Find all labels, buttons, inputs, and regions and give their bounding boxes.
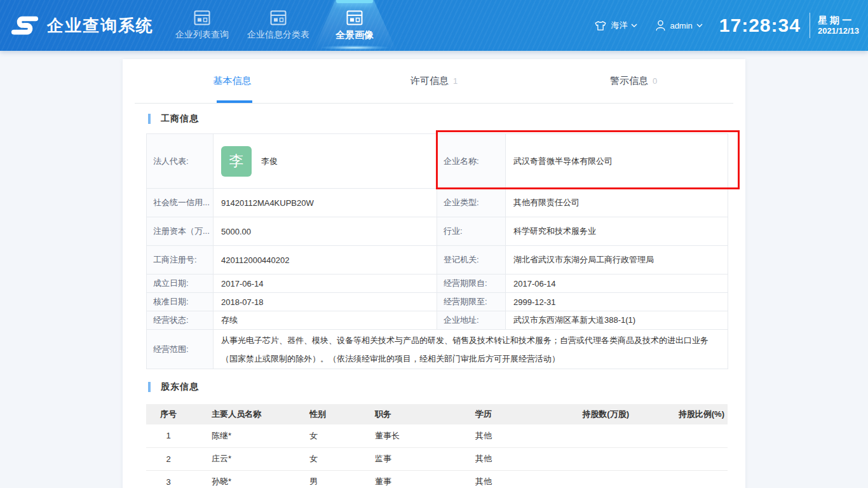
establish-date-value: 2017-06-14 [214, 274, 437, 293]
logo-s-icon [10, 11, 39, 40]
cell-ratio [648, 470, 728, 488]
user-name: admin [670, 21, 692, 30]
business-info-table: 法人代表: 李 李俊 企业名称: 武汉奇普微半导体有限公司 社会统一信用... … [146, 133, 728, 369]
nav-item-company-info-category[interactable]: 企业信息分类表 [240, 0, 316, 51]
window-icon [194, 10, 210, 25]
field-label: 经营期限至: [437, 293, 506, 311]
content-card: 基本信息 许可信息 1 警示信息 0 工商信息 法人代表: 李 [123, 59, 745, 488]
reg-capital-value: 5000.00 [214, 217, 437, 246]
chevron-down-icon [631, 24, 637, 27]
section-business-info: 工商信息 [148, 112, 745, 125]
field-label: 工商注册号: [147, 246, 214, 274]
address-value: 武汉市东西湖区革新大道388-1(1) [506, 311, 728, 330]
chevron-down-icon [696, 24, 703, 27]
table-header-row: 序号 主要人员名称 性别 职务 学历 持股数(万股) 持股比例(%) [146, 404, 728, 424]
section-title: 股东信息 [161, 381, 199, 393]
app-logo: 企业查询系统 [0, 0, 164, 51]
cell-position: 董事 [353, 470, 451, 488]
section-marker [148, 382, 151, 392]
shareholders-table: 序号 主要人员名称 性别 职务 学历 持股数(万股) 持股比例(%) 1 陈继*… [146, 404, 728, 488]
tab-warning-info[interactable]: 警示信息 0 [534, 59, 733, 103]
company-name-value: 武汉奇普微半导体有限公司 [506, 134, 728, 189]
scope-value: 从事光电子芯片、器件、模块、设备等相关技术与产品的研发、销售及技术转让和技术服务… [214, 330, 728, 369]
status-value: 存续 [214, 311, 437, 330]
section-shareholders: 股东信息 [148, 381, 745, 393]
cell-index: 3 [146, 470, 191, 488]
approval-date-value: 2018-07-18 [214, 293, 437, 311]
date-block: 星 期 一 2021/12/13 [818, 15, 859, 37]
cell-position: 监事 [353, 447, 451, 470]
window-icon [346, 10, 363, 25]
nav-item-panorama-portrait[interactable]: 全景画像 [316, 0, 393, 51]
field-label: 社会统一信用... [147, 189, 214, 217]
tab-label: 警示信息 [610, 75, 648, 87]
tab-label: 基本信息 [214, 75, 252, 87]
field-label: 企业地址: [437, 311, 506, 330]
window-icon [270, 10, 287, 25]
field-label: 经营范围: [147, 330, 214, 369]
table-row: 经营状态: 存续 企业地址: 武汉市东西湖区革新大道388-1(1) [147, 311, 728, 330]
cell-index: 1 [146, 424, 191, 447]
active-nav-beam [313, 0, 397, 51]
column-header: 性别 [289, 404, 353, 424]
field-label: 登记机关: [437, 246, 506, 274]
cell-position: 董事长 [353, 424, 451, 447]
cell-ratio [648, 424, 728, 447]
tab-label: 许可信息 [410, 75, 449, 87]
field-label: 行业: [437, 217, 506, 246]
nav-label: 全景画像 [336, 29, 374, 41]
reg-number-value: 420112000440202 [214, 246, 437, 274]
column-header: 主要人员名称 [191, 404, 289, 424]
app-header: 企业查询系统 企业列表查询 [0, 0, 868, 51]
nav-label: 企业信息分类表 [247, 29, 309, 41]
reg-authority-value: 湖北省武汉市东湖分局工商行政管理局 [506, 246, 728, 274]
cell-gender: 女 [289, 424, 353, 447]
nav-label: 企业列表查询 [175, 29, 229, 41]
cell-name: 孙晓* [191, 470, 289, 488]
column-header: 序号 [146, 404, 191, 424]
legal-rep-cell: 李 李俊 [214, 134, 437, 189]
clock-time: 17:28:34 [719, 15, 801, 36]
date: 2021/12/13 [818, 26, 859, 36]
cell-index: 2 [146, 447, 191, 470]
app-title: 企业查询系统 [47, 15, 154, 37]
avatar: 李 [221, 146, 252, 177]
column-header: 持股数(万股) [562, 404, 648, 424]
table-row: 注册资本（万... 5000.00 行业: 科学研究和技术服务业 [147, 217, 728, 246]
cell-shares [562, 424, 648, 447]
field-label: 企业名称: [437, 134, 506, 189]
column-header: 职务 [353, 404, 451, 424]
theme-selector[interactable]: 海洋 [594, 20, 637, 31]
field-label: 经营状态: [147, 311, 214, 330]
main-nav: 企业列表查询 企业信息分类表 [164, 0, 393, 51]
cell-gender: 男 [289, 470, 353, 488]
tab-bar: 基本信息 许可信息 1 警示信息 0 [135, 59, 733, 104]
nav-item-company-list[interactable]: 企业列表查询 [164, 0, 240, 51]
table-row: 社会统一信用... 91420112MA4KUPB20W 企业类型: 其他有限责… [147, 189, 728, 217]
section-marker [148, 114, 151, 124]
field-label: 成立日期: [147, 274, 214, 293]
term-to-value: 2999-12-31 [506, 293, 728, 311]
user-menu[interactable]: admin [655, 20, 702, 31]
table-row: 成立日期: 2017-06-14 经营期限自: 2017-06-14 [147, 274, 728, 293]
legal-rep-name: 李俊 [261, 156, 278, 167]
tab-basic-info[interactable]: 基本信息 [135, 59, 334, 103]
table-row: 经营范围: 从事光电子芯片、器件、模块、设备等相关技术与产品的研发、销售及技术转… [147, 330, 728, 369]
cell-name: 庄云* [191, 447, 289, 470]
table-row: 3 孙晓* 男 董事 其他 [146, 470, 728, 488]
cell-ratio [648, 447, 728, 470]
header-right: 海洋 admin 17:28:34 星 [594, 0, 868, 51]
active-nav-topbar [336, 0, 373, 3]
clock-divider [810, 13, 810, 38]
field-label: 注册资本（万... [147, 217, 214, 246]
field-label: 核准日期: [147, 293, 214, 311]
term-from-value: 2017-06-14 [506, 274, 728, 293]
field-label: 法人代表: [147, 134, 214, 189]
field-label: 经营期限自: [437, 274, 506, 293]
tab-license-info[interactable]: 许可信息 1 [334, 59, 534, 103]
table-row: 1 陈继* 女 董事长 其他 [146, 424, 728, 447]
column-header: 持股比例(%) [648, 404, 728, 424]
table-row: 工商注册号: 420112000440202 登记机关: 湖北省武汉市东湖分局工… [147, 246, 728, 274]
column-header: 学历 [451, 404, 562, 424]
active-nav-glow [320, 45, 390, 50]
